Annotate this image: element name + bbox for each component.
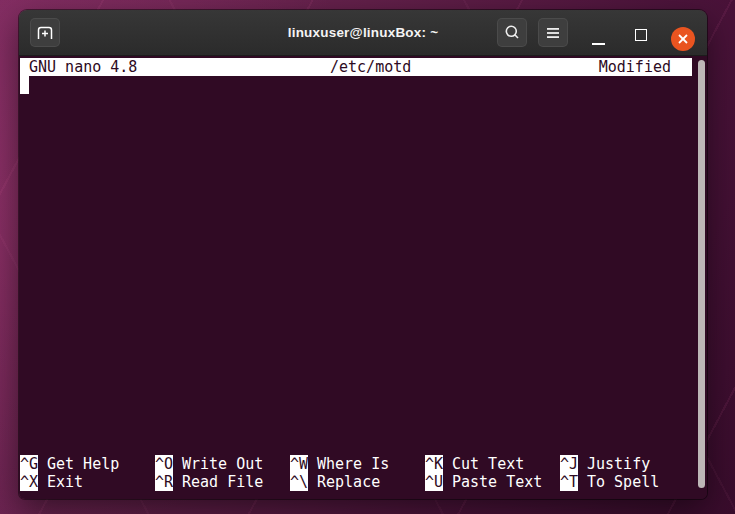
shortcut-cut-text: ^KCut Text (425, 455, 560, 473)
shortcut-row: ^GGet Help ^OWrite Out ^WWhere Is ^KCut … (20, 455, 695, 473)
menu-icon (545, 25, 561, 41)
close-button[interactable] (671, 27, 695, 51)
nano-header-bar: GNU nano 4.8 /etc/motd Modified (20, 58, 692, 76)
shortcut-row: ^XExit ^RRead File ^\Replace ^UPaste Tex… (20, 473, 695, 491)
shortcut-write-out: ^OWrite Out (155, 455, 290, 473)
scrollbar-thumb[interactable] (698, 60, 705, 488)
desktop-wallpaper: linuxuser@linuxBox: ~ (0, 0, 735, 514)
search-icon (503, 24, 521, 42)
search-button[interactable] (497, 18, 527, 47)
new-tab-button[interactable] (30, 18, 60, 47)
nano-status: Modified (599, 58, 671, 76)
terminal-window: linuxuser@linuxBox: ~ (19, 10, 707, 499)
nano-filename: /etc/motd (330, 58, 411, 76)
shortcut-get-help: ^GGet Help (20, 455, 155, 473)
shortcut-where-is: ^WWhere Is (290, 455, 425, 473)
minimize-icon[interactable] (592, 43, 605, 45)
window-titlebar[interactable]: linuxuser@linuxBox: ~ (19, 10, 707, 56)
shortcut-read-file: ^RRead File (155, 473, 290, 491)
maximize-icon[interactable] (635, 29, 647, 41)
close-icon (671, 27, 695, 51)
shortcut-to-spell: ^TTo Spell (560, 473, 695, 491)
shortcut-exit: ^XExit (20, 473, 155, 491)
shortcut-justify: ^JJustify (560, 455, 695, 473)
shortcut-paste-text: ^UPaste Text (425, 473, 560, 491)
new-tab-icon (36, 25, 54, 41)
shortcut-replace: ^\Replace (290, 473, 425, 491)
nano-shortcut-bar: ^GGet Help ^OWrite Out ^WWhere Is ^KCut … (20, 455, 695, 491)
menu-button[interactable] (538, 18, 568, 47)
window-title: linuxuser@linuxBox: ~ (288, 25, 439, 40)
nano-version: GNU nano 4.8 (29, 58, 137, 76)
text-cursor (20, 76, 29, 94)
terminal-content[interactable]: GNU nano 4.8 /etc/motd Modified ^GGet He… (19, 56, 707, 499)
